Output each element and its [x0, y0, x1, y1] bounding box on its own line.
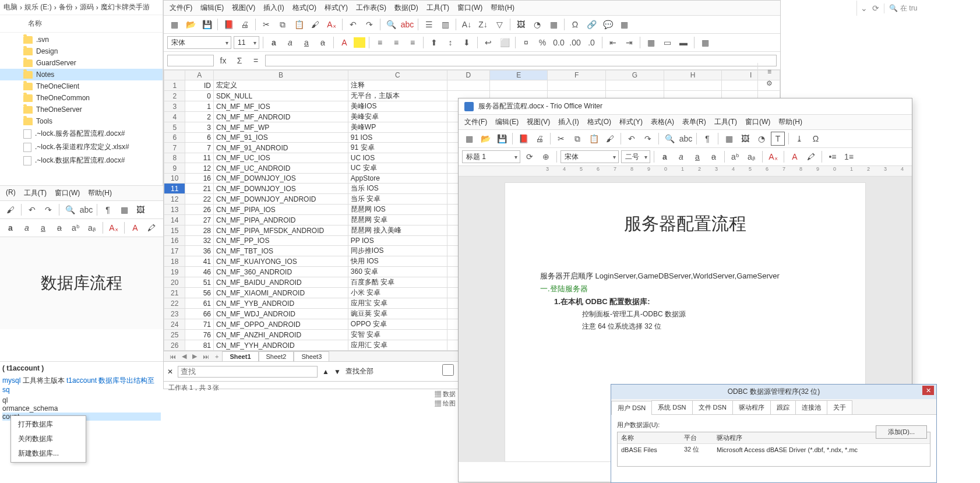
menu-item[interactable]: 格式(O) [292, 3, 316, 13]
context-menu-item[interactable]: 关闭数据库 [11, 432, 86, 446]
menu-item[interactable]: 工具(T) [24, 188, 47, 198]
subscript-icon[interactable]: aᵦ [85, 221, 99, 235]
sort-desc-icon[interactable]: Z↓ [476, 17, 490, 31]
odbc-tab[interactable]: 系统 DSN [651, 400, 692, 414]
copy-icon[interactable]: ⧉ [570, 132, 584, 146]
file-item[interactable]: TheOneCommon [0, 92, 163, 104]
spell-icon[interactable]: abc [79, 203, 93, 217]
menu-item[interactable]: 帮助(H) [778, 117, 802, 127]
valign-bot-icon[interactable]: ⬇ [460, 36, 474, 50]
dropdown-icon[interactable]: ⌄ [861, 3, 868, 13]
comment-icon[interactable]: 💬 [601, 17, 615, 31]
chart-icon[interactable]: ◔ [530, 17, 544, 31]
superscript-icon[interactable]: aᵇ [728, 150, 742, 164]
italic-icon[interactable]: a [283, 36, 297, 50]
textbox-icon[interactable]: T [771, 132, 785, 146]
tab-add-icon[interactable]: + [213, 353, 221, 360]
odbc-tab[interactable]: 用户 DSN [611, 401, 652, 415]
file-item[interactable]: .svn [0, 34, 163, 45]
border-style-icon[interactable]: ▭ [660, 36, 674, 50]
find-input[interactable] [178, 366, 318, 378]
sheet-tab[interactable]: Sheet1 [222, 351, 258, 361]
brush-icon[interactable]: 🖌 [308, 17, 322, 31]
dec-rem-icon[interactable]: .0 [584, 36, 598, 50]
tab-last-icon[interactable]: ⏭ [200, 353, 211, 360]
menu-item[interactable]: 帮助(H) [491, 3, 514, 13]
border-icon[interactable]: ▦ [644, 36, 658, 50]
menu-item[interactable]: 工具(T) [426, 3, 449, 13]
row-icon[interactable]: ☰ [422, 17, 436, 31]
underline-icon[interactable]: a [299, 36, 313, 50]
para-style-combo[interactable]: 标题 1 [462, 150, 520, 163]
number-icon[interactable]: 0.0 [552, 36, 566, 50]
file-item[interactable]: Tools [0, 115, 163, 127]
link-icon[interactable]: 🔗 [584, 17, 598, 31]
strike-icon[interactable]: a [52, 221, 66, 235]
db-link-export[interactable]: 数据库导出结构至 [98, 376, 154, 385]
writer1-document[interactable]: 数据库流程 [0, 237, 163, 329]
writer2-titlebar[interactable]: 服务器配置流程.docx - Trio Office Writer [459, 98, 912, 115]
pivot-icon[interactable]: ▦ [547, 17, 560, 31]
font-color-icon[interactable]: A [337, 36, 351, 50]
close-find-icon[interactable]: ✕ [167, 368, 173, 376]
find-icon[interactable]: 🔍 [63, 203, 77, 217]
valign-top-icon[interactable]: ⬆ [427, 36, 441, 50]
paste-icon[interactable]: 📋 [292, 17, 306, 31]
menu-item[interactable]: 插入(I) [263, 3, 284, 13]
border-color-icon[interactable]: ▬ [676, 36, 690, 50]
italic-icon[interactable]: a [674, 150, 688, 164]
close-icon[interactable]: ✕ [922, 386, 934, 395]
italic-icon[interactable]: a [20, 221, 34, 235]
refresh-icon[interactable]: ⟳ [872, 3, 879, 13]
file-item[interactable]: .~lock.服务器配置流程.docx# [0, 127, 163, 140]
strike-icon[interactable]: a [316, 36, 330, 50]
paste-icon[interactable]: 📋 [587, 132, 601, 146]
chart-icon[interactable]: ◔ [755, 132, 769, 146]
font-size-combo[interactable]: 11 [234, 36, 259, 49]
special-icon[interactable]: Ω [809, 132, 823, 146]
menu-item[interactable]: 窗口(W) [745, 117, 770, 127]
merge-icon[interactable]: ⬜ [498, 36, 512, 50]
formula-input[interactable] [265, 55, 777, 66]
context-menu-item[interactable]: 新建数据库... [11, 446, 86, 461]
undo-icon[interactable]: ↶ [625, 132, 639, 146]
search-icon[interactable]: 🔍 [889, 4, 898, 12]
font-color-icon[interactable]: A [128, 221, 142, 235]
file-item[interactable]: Design [0, 45, 163, 57]
file-item[interactable]: GuardServer [0, 57, 163, 69]
clear-fmt-icon[interactable]: Aₓ [325, 17, 339, 31]
save-icon[interactable]: 💾 [200, 17, 214, 31]
sheet-tab[interactable]: Sheet3 [294, 351, 329, 361]
special-char-icon[interactable]: Ω [568, 17, 582, 31]
clear-icon[interactable]: Aₓ [107, 221, 121, 235]
bold-icon[interactable]: a [3, 221, 17, 235]
breadcrumb[interactable]: 电脑›娱乐 (E:)›备份›源码›魔幻卡牌类手游 [0, 0, 163, 15]
highlight-icon[interactable]: 🖍 [804, 150, 818, 164]
file-item[interactable]: TheOneServer [0, 104, 163, 115]
fx-icon[interactable]: fx [216, 54, 230, 68]
undo-icon[interactable]: ↶ [25, 203, 39, 217]
sidebar-settings-icon[interactable]: ⚙ [766, 79, 773, 87]
file-item[interactable]: TheOneClient [0, 80, 163, 92]
strike-icon[interactable]: a [707, 150, 721, 164]
highlight-icon[interactable]: 🖍 [144, 221, 158, 235]
print-icon[interactable]: 🖨 [533, 132, 547, 146]
menu-item[interactable]: 文件(F) [464, 117, 487, 127]
cond-fmt-icon[interactable]: ▦ [698, 36, 712, 50]
odbc-tab[interactable]: 连接池 [795, 400, 827, 414]
odbc-tab[interactable]: 关于 [827, 400, 852, 414]
pagebreak-icon[interactable]: ⤓ [792, 132, 806, 146]
bold-icon[interactable]: a [267, 36, 281, 50]
pdf-icon[interactable]: 📕 [516, 132, 530, 146]
print-icon[interactable]: 🖨 [238, 17, 252, 31]
clear-icon[interactable]: Aₓ [766, 150, 780, 164]
search-input[interactable]: 在 tru [900, 3, 917, 13]
menu-item[interactable]: 文件(F) [170, 3, 192, 13]
align-center-icon[interactable]: ≡ [389, 36, 403, 50]
new-icon[interactable]: ▦ [167, 17, 181, 31]
menu-item[interactable]: 视图(V) [232, 3, 255, 13]
file-item[interactable]: Notes [0, 69, 163, 80]
tab-next-icon[interactable]: ▶ [190, 352, 199, 360]
ruler[interactable]: 3456789012345678901234 [459, 166, 912, 177]
new-style-icon[interactable]: ⊕ [539, 150, 553, 164]
